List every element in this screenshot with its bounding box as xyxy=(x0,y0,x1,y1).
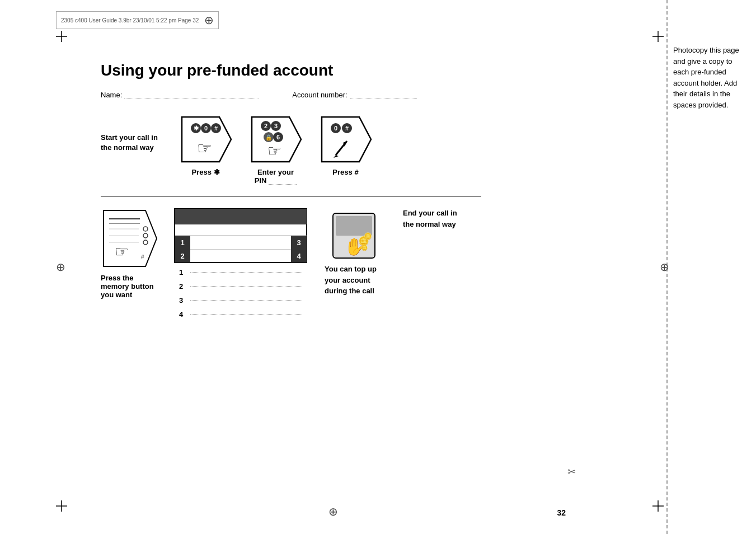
step5-label: Press the memory button you want xyxy=(101,274,162,299)
svg-text:2: 2 xyxy=(180,252,184,260)
top-up-icon: ✋ 🪙 🪙 🪙 xyxy=(327,208,383,264)
page-number: 32 xyxy=(557,508,566,517)
reg-mark-tr xyxy=(652,31,664,42)
crosshair-left: ⊕ xyxy=(56,260,65,274)
svg-text:#: # xyxy=(141,254,144,260)
reg-mark-bl xyxy=(56,500,67,512)
step2-label: Press ✱ xyxy=(191,168,219,176)
page-title: Using your pre-funded account xyxy=(101,62,644,79)
svg-text:1: 1 xyxy=(180,238,184,247)
entry-line-3: 3 xyxy=(179,296,302,305)
svg-text:☞: ☞ xyxy=(267,142,281,160)
header-bar: 2305 c400 User Guide 3.9br 23/10/01 5:22… xyxy=(56,11,219,29)
step4-label: Press # xyxy=(332,168,358,176)
reg-mark-tl xyxy=(56,31,67,42)
press-hash-icon: 0 # xyxy=(319,116,372,163)
svg-text:4: 4 xyxy=(297,252,301,260)
memory-card-svg: 1 2 3 4 xyxy=(173,208,308,264)
svg-text:6: 6 xyxy=(276,134,280,140)
press-star-icon: ✱ 0 # ☞ xyxy=(179,116,232,163)
svg-text:0: 0 xyxy=(334,125,337,132)
header-bar-text: 2305 c400 User Guide 3.9br 23/10/01 5:22… xyxy=(61,17,199,24)
name-label: Name: xyxy=(101,91,259,99)
svg-text:🔒: 🔒 xyxy=(265,134,273,141)
svg-text:☞: ☞ xyxy=(197,139,212,157)
svg-text:✱: ✱ xyxy=(194,125,199,132)
step4-item: 0 # Press # xyxy=(319,116,372,176)
right-sidebar: ⊕ Photocopy this page and give a copy to… xyxy=(666,0,756,534)
step7-label: You can top up your account during the c… xyxy=(325,264,386,297)
crosshair-top: ⊕ xyxy=(204,13,214,27)
svg-text:☞: ☞ xyxy=(115,243,129,260)
svg-text:🪙: 🪙 xyxy=(364,232,372,240)
entry-line-2: 2 xyxy=(179,282,302,291)
sidebar-text: Photocopy this page and give a copy to e… xyxy=(673,45,745,110)
step5-entries: 1 2 3 4 1 2 xyxy=(173,208,308,324)
entry-line-1: 1 xyxy=(179,268,302,277)
step8-item: End your call in the normal way xyxy=(403,208,459,229)
account-dotted xyxy=(350,99,417,99)
step1-text: Start your call in the normal way xyxy=(101,116,168,153)
step5-item: # ☞ Press the memory button you want xyxy=(101,208,162,299)
svg-text:3: 3 xyxy=(274,123,278,129)
enter-pin-icon: 2 3 🔒 6 ☞ xyxy=(249,116,302,163)
svg-text:0: 0 xyxy=(204,125,208,132)
step2-item: ✱ 0 # ☞ Press ✱ xyxy=(179,116,232,176)
crosshair-bottom: ⊕ xyxy=(328,505,338,518)
section-divider xyxy=(101,196,481,196)
step3-label: Enter yourPIN xyxy=(255,168,297,185)
entry-line-4: 4 xyxy=(179,310,302,318)
account-label: Account number: xyxy=(292,91,416,99)
scissors-icon: ✂ xyxy=(567,466,576,478)
svg-text:3: 3 xyxy=(297,238,300,247)
svg-text:2: 2 xyxy=(264,123,267,129)
svg-text:#: # xyxy=(214,125,218,132)
main-content: 2305 c400 User Guide 3.9br 23/10/01 5:22… xyxy=(0,0,666,534)
svg-rect-43 xyxy=(175,209,307,213)
steps-bottom-row: # ☞ Press the memory button you want xyxy=(101,208,644,324)
name-account-line: Name: Account number: xyxy=(101,91,644,99)
step7-item: ✋ 🪙 🪙 🪙 You can top up your account duri… xyxy=(325,208,386,297)
step8-label: End your call in the normal way xyxy=(403,208,459,229)
entries-area: 1 2 3 4 xyxy=(179,268,302,324)
memory-button-icon: # ☞ xyxy=(101,208,162,269)
steps-top-row: Start your call in the normal way ✱ 0 # … xyxy=(101,116,644,185)
crosshair-right: ⊕ xyxy=(660,259,669,275)
name-dotted xyxy=(124,99,259,99)
svg-text:🪙: 🪙 xyxy=(361,244,368,251)
svg-text:#: # xyxy=(345,125,349,132)
reg-mark-br xyxy=(652,500,664,512)
page-wrapper: 2305 c400 User Guide 3.9br 23/10/01 5:22… xyxy=(0,0,756,534)
step3-item: 2 3 🔒 6 ☞ Enter yourPIN xyxy=(249,116,302,185)
